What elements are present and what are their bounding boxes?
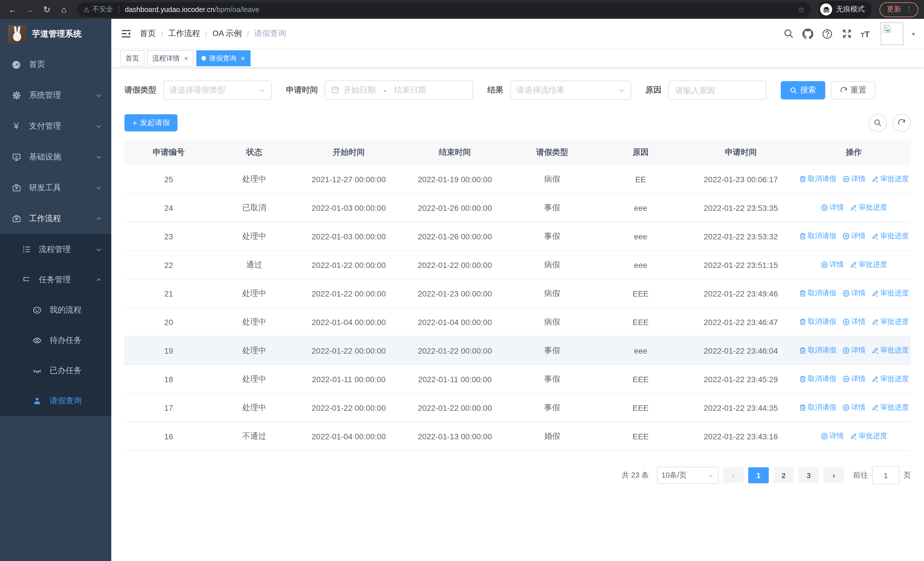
table-row[interactable]: 19处理中2022-01-22 00:00:002022-01-22 00:00… bbox=[124, 337, 911, 365]
tag-process-detail[interactable]: 流程详情✕ bbox=[147, 50, 194, 66]
progress-action-link[interactable]: 审批进度 bbox=[871, 232, 909, 241]
progress-action-link[interactable]: 审批进度 bbox=[849, 431, 887, 441]
table-row[interactable]: 25处理中2021-12-27 00:00:002022-01-19 00:00… bbox=[124, 165, 911, 194]
start-date-placeholder: 开始日期 bbox=[344, 85, 375, 95]
progress-action-link[interactable]: 审批进度 bbox=[871, 174, 909, 184]
prev-page-icon[interactable]: ‹ bbox=[723, 467, 744, 483]
table-row[interactable]: 21处理中2022-01-22 00:00:002022-01-23 00:00… bbox=[124, 279, 911, 308]
browser-home-icon[interactable]: ⌂ bbox=[57, 3, 71, 16]
font-size-icon[interactable]: TT bbox=[861, 29, 870, 39]
detail-action-link[interactable]: 详情 bbox=[842, 232, 866, 241]
cancel-action-link[interactable]: 取消请假 bbox=[799, 174, 836, 184]
table-cell: 病假 bbox=[508, 260, 596, 270]
sidebar-item-dev-tools[interactable]: 研发工具 bbox=[0, 173, 111, 203]
progress-action-link[interactable]: 审批进度 bbox=[871, 289, 909, 298]
table-cell: 病假 bbox=[508, 288, 596, 298]
detail-action-link[interactable]: 详情 bbox=[842, 403, 866, 412]
sidebar-item-infrastructure[interactable]: 基础设施 bbox=[0, 142, 111, 173]
search-button[interactable]: 搜索 bbox=[781, 81, 825, 99]
fullscreen-icon[interactable] bbox=[841, 28, 852, 39]
table-row[interactable]: 18处理中2022-01-11 00:00:002022-01-11 00:00… bbox=[124, 365, 911, 394]
create-leave-button[interactable]: + 发起请假 bbox=[124, 114, 177, 131]
tag-close-icon[interactable]: ✕ bbox=[240, 55, 245, 62]
detail-action-link[interactable]: 详情 bbox=[820, 203, 844, 212]
table-row[interactable]: 17处理中2022-01-22 00:00:002022-01-22 00:00… bbox=[124, 394, 911, 422]
progress-action-link[interactable]: 审批进度 bbox=[871, 403, 909, 412]
cancel-action-link[interactable]: 取消请假 bbox=[799, 317, 836, 327]
table-row[interactable]: 16不通过2022-01-04 00:00:002022-01-13 00:00… bbox=[124, 422, 911, 451]
page-button-1[interactable]: 1 bbox=[748, 467, 769, 483]
sidebar-item-workflow[interactable]: 工作流程 bbox=[0, 203, 111, 234]
table-row[interactable]: 22通过2022-01-22 00:00:002022-01-22 00:00:… bbox=[124, 251, 911, 279]
detail-action-link[interactable]: 详情 bbox=[820, 431, 844, 441]
result-select[interactable]: 请选择流结果 bbox=[510, 81, 631, 100]
leave-type-select[interactable]: 请选择请假类型 bbox=[163, 81, 272, 100]
sidebar-item-label: 已办任务 bbox=[50, 365, 82, 376]
breadcrumb-home[interactable]: 首页 bbox=[140, 29, 156, 39]
page-size-select[interactable]: 10条/页 bbox=[657, 467, 718, 484]
table-row[interactable]: 24已取消2022-01-03 00:00:002022-01-26 00:00… bbox=[124, 194, 911, 222]
browser-reload-icon[interactable]: ↻ bbox=[40, 3, 54, 16]
cancel-action-link[interactable]: 取消请假 bbox=[799, 289, 836, 298]
sidebar-item-todo-tasks[interactable]: 待办任务 bbox=[0, 325, 111, 355]
sidebar-item-home[interactable]: 首页 bbox=[0, 49, 111, 80]
cancel-action-link[interactable]: 取消请假 bbox=[799, 374, 836, 384]
cancel-action-link[interactable]: 取消请假 bbox=[799, 403, 836, 412]
table-cell: 2022-01-22 00:00:00 bbox=[402, 260, 508, 269]
apply-time-range-picker[interactable]: 开始日期 - 结束日期 bbox=[325, 81, 473, 100]
toggle-search-button[interactable] bbox=[868, 114, 887, 132]
browser-forward-icon[interactable]: → bbox=[23, 3, 36, 16]
tag-home[interactable]: 首页 bbox=[120, 50, 144, 66]
sidebar-item-process-management[interactable]: 流程管理 bbox=[0, 234, 111, 265]
detail-action-link[interactable]: 详情 bbox=[842, 346, 866, 355]
address-bar[interactable]: ⚠不安全 dashboard.yudao.iocoder.cn/bpm/oa/l… bbox=[78, 2, 810, 17]
goto-page-input[interactable] bbox=[872, 466, 900, 484]
caret-down-icon[interactable]: ▾ bbox=[912, 30, 915, 37]
search-icon[interactable] bbox=[783, 28, 794, 39]
table-cell: 2022-01-03 00:00:00 bbox=[296, 203, 402, 212]
detail-action-link[interactable]: 详情 bbox=[820, 260, 844, 270]
page-button-3[interactable]: 3 bbox=[798, 467, 819, 483]
reset-button[interactable]: 重置 bbox=[831, 81, 876, 99]
browser-back-icon[interactable]: ← bbox=[6, 3, 20, 16]
table-row[interactable]: 20处理中2022-01-04 00:00:002022-01-04 00:00… bbox=[124, 308, 911, 337]
tag-leave-query[interactable]: 请假查询✕ bbox=[196, 50, 250, 66]
detail-action-link[interactable]: 详情 bbox=[842, 317, 866, 327]
browser-update-button[interactable]: 更新 ⋮ bbox=[879, 2, 918, 17]
yen-icon: ¥ bbox=[11, 122, 21, 131]
reason-input[interactable] bbox=[668, 81, 766, 100]
detail-action-link[interactable]: 详情 bbox=[842, 174, 866, 184]
sidebar-item-done-tasks[interactable]: 已办任务 bbox=[0, 355, 111, 386]
tag-close-icon[interactable]: ✕ bbox=[184, 55, 189, 62]
table-cell: 2022-01-26 00:00:00 bbox=[402, 232, 508, 241]
progress-action-link[interactable]: 审批进度 bbox=[849, 203, 887, 212]
sidebar-item-leave-query[interactable]: 请假查询 bbox=[0, 386, 111, 416]
progress-action-link[interactable]: 审批进度 bbox=[871, 317, 909, 327]
progress-action-link[interactable]: 审批进度 bbox=[871, 374, 909, 384]
breadcrumb-workflow[interactable]: 工作流程 bbox=[168, 29, 200, 39]
sidebar-fold-icon[interactable] bbox=[120, 28, 132, 39]
page-button-2[interactable]: 2 bbox=[773, 467, 794, 483]
breadcrumb-oa-example[interactable]: OA 示例 bbox=[213, 29, 242, 39]
refresh-button[interactable] bbox=[892, 114, 911, 132]
github-icon[interactable] bbox=[802, 28, 813, 39]
cancel-action-link[interactable]: 取消请假 bbox=[799, 346, 836, 355]
sidebar-item-payment-management[interactable]: ¥ 支付管理 bbox=[0, 111, 111, 142]
sidebar-item-system-management[interactable]: 系统管理 bbox=[0, 80, 111, 111]
app-logo[interactable]: 芋道管理系统 bbox=[0, 19, 111, 49]
progress-action-link[interactable]: 审批进度 bbox=[871, 346, 909, 355]
security-warning[interactable]: ⚠不安全 bbox=[83, 5, 113, 14]
sidebar-item-my-process[interactable]: 我的流程 bbox=[0, 295, 111, 325]
cancel-action-link[interactable]: 取消请假 bbox=[799, 232, 836, 241]
avatar[interactable] bbox=[880, 22, 903, 45]
progress-action-link[interactable]: 审批进度 bbox=[849, 260, 887, 270]
sidebar-item-task-management[interactable]: 任务管理 bbox=[0, 265, 111, 295]
detail-action-link[interactable]: 详情 bbox=[842, 289, 866, 298]
bookmark-star-icon[interactable]: ☆ bbox=[798, 5, 805, 14]
table-cell: 处理中 bbox=[213, 345, 296, 356]
next-page-icon[interactable]: › bbox=[824, 467, 844, 483]
help-icon[interactable] bbox=[822, 28, 832, 39]
browser-menu-icon[interactable]: ⋮ bbox=[906, 5, 913, 14]
table-row[interactable]: 23处理中2022-01-03 00:00:002022-01-26 00:00… bbox=[124, 222, 911, 251]
detail-action-link[interactable]: 详情 bbox=[842, 374, 866, 384]
